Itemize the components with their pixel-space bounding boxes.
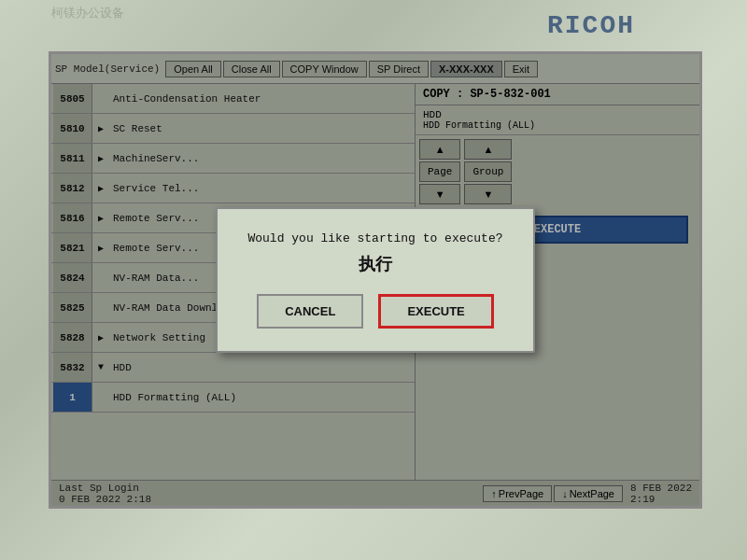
screen: SP Model(Service) Open All Close All COP… bbox=[49, 51, 702, 509]
modal-question: Would you like starting to execute? bbox=[247, 231, 502, 245]
modal-overlay: Would you like starting to execute? 执行 C… bbox=[51, 54, 699, 506]
cancel-button[interactable]: CANCEL bbox=[257, 294, 363, 329]
top-watermark: 柯镁办公设备 bbox=[51, 5, 124, 21]
execute-button[interactable]: EXECUTE bbox=[378, 294, 493, 329]
company-name: 柯镁办公设备 bbox=[51, 7, 124, 21]
ricoh-brand: RICOH bbox=[547, 11, 635, 40]
modal-dialog: Would you like starting to execute? 执行 C… bbox=[216, 207, 534, 353]
modal-buttons: CANCEL EXECUTE bbox=[247, 294, 502, 329]
modal-chinese-text: 执行 bbox=[247, 253, 502, 275]
